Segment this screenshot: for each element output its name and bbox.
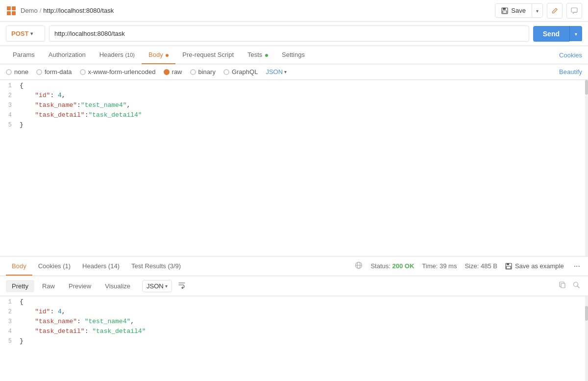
radio-formdata-icon [36, 69, 42, 75]
resp-line-3: 3 "task_name": "test_name4", [0, 318, 588, 328]
comment-icon [571, 7, 578, 14]
json-chevron-icon: ▾ [284, 69, 287, 75]
request-body-editor[interactable]: 1 { 2 "id": 4, 3 "task_name":"test_name4… [0, 80, 588, 256]
pencil-icon [551, 7, 558, 14]
tab-body[interactable]: Body [142, 46, 175, 64]
save-label: Save [511, 7, 526, 14]
resp-json-format-select[interactable]: JSON ▾ [142, 280, 172, 292]
url-input[interactable] [49, 25, 529, 42]
body-type-raw[interactable]: raw [164, 68, 182, 76]
body-type-binary[interactable]: binary [190, 68, 216, 76]
size-label: Size: 485 B [465, 262, 497, 270]
time-label: Time: 39 ms [422, 262, 457, 270]
copy-button[interactable] [557, 279, 568, 293]
app-icon [6, 5, 17, 16]
url-bar: POST ▾ Send ▾ [0, 22, 588, 46]
svg-rect-5 [503, 8, 506, 10]
save-as-example-button[interactable]: Save as example [505, 262, 564, 270]
tab-pre-request-script[interactable]: Pre-request Script [175, 46, 241, 64]
more-options-button[interactable]: ··· [572, 260, 582, 273]
body-type-urlencoded[interactable]: x-www-form-urlencoded [80, 68, 156, 76]
breadcrumb-separator: / [40, 7, 42, 14]
save-dropdown-button[interactable]: ▾ [532, 4, 542, 17]
breadcrumb-url[interactable]: http://localhost:8080/task [43, 7, 114, 14]
beautify-button[interactable]: Beautify [559, 68, 582, 76]
resp-json-label: JSON [147, 282, 164, 290]
status-value: 200 OK [392, 262, 415, 270]
response-header: Body Cookies (1) Headers (14) Test Resul… [0, 256, 588, 276]
resp-tab-body[interactable]: Body [6, 257, 32, 276]
breadcrumb: Demo / http://localhost:8080/task [21, 7, 114, 14]
body-type-bar: none form-data x-www-form-urlencoded raw… [0, 64, 588, 80]
resp-subtab-preview[interactable]: Preview [63, 280, 97, 292]
svg-rect-1 [12, 6, 16, 10]
svg-rect-0 [7, 6, 11, 10]
req-line-4: 4 "task_detail":"task_detail4" [0, 111, 588, 121]
svg-rect-2 [7, 11, 11, 15]
breadcrumb-demo[interactable]: Demo [21, 7, 38, 14]
send-button-group: Send ▾ [533, 26, 582, 42]
svg-rect-3 [12, 11, 16, 15]
radio-graphql-icon [223, 69, 229, 75]
resp-line-1: 1 { [0, 298, 588, 308]
req-line-3: 3 "task_name":"test_name4", [0, 102, 588, 111]
req-line-5: 5 } [0, 121, 588, 131]
save-icon [501, 7, 508, 14]
size-value: 485 B [481, 262, 497, 270]
resp-line-4: 4 "task_detail": "task_detail4" [0, 328, 588, 337]
tab-authorization[interactable]: Authorization [42, 46, 93, 64]
save-example-icon [505, 263, 512, 270]
svg-rect-12 [507, 263, 509, 265]
resp-subtab-raw[interactable]: Raw [36, 280, 61, 292]
radio-none-icon [6, 69, 12, 75]
search-button[interactable] [570, 279, 582, 293]
method-select[interactable]: POST ▾ [6, 25, 45, 42]
tab-settings[interactable]: Settings [275, 46, 312, 64]
time-value: 39 ms [440, 262, 457, 270]
radio-binary-icon [190, 69, 196, 75]
svg-rect-6 [503, 11, 507, 13]
radio-raw-icon [164, 69, 170, 75]
svg-rect-14 [561, 283, 565, 288]
edit-icon-button[interactable] [547, 3, 563, 19]
tab-params[interactable]: Params [6, 46, 42, 64]
resp-subtab-pretty[interactable]: Pretty [6, 280, 34, 292]
json-format-label: JSON [266, 68, 283, 76]
tab-tests[interactable]: Tests [241, 46, 275, 64]
request-tabs-bar: Params Authorization Headers (10) Body P… [0, 46, 588, 64]
cookies-link[interactable]: Cookies [559, 47, 582, 64]
comment-icon-button[interactable] [566, 3, 582, 19]
json-format-select[interactable]: JSON ▾ [266, 68, 287, 76]
response-body-editor[interactable]: 1 { 2 "id": 4, 3 "task_name": "test_name… [0, 296, 588, 381]
tab-headers[interactable]: Headers (10) [93, 46, 142, 64]
response-scrollbar-thumb[interactable] [585, 306, 588, 321]
status-label: Status: 200 OK [370, 262, 414, 270]
top-bar: Demo / http://localhost:8080/task Save ▾ [0, 0, 588, 22]
radio-urlencoded-icon [80, 69, 86, 75]
resp-line-2: 2 "id": 4, [0, 308, 588, 318]
resp-tab-test-results[interactable]: Test Results (3/9) [125, 257, 187, 276]
body-type-form-data[interactable]: form-data [36, 68, 72, 76]
resp-line-5: 5 } [0, 337, 588, 347]
method-chevron-icon: ▾ [30, 31, 33, 36]
send-dropdown-button[interactable]: ▾ [569, 26, 582, 41]
save-button[interactable]: Save [495, 4, 532, 17]
editor-scrollbar[interactable] [585, 80, 588, 256]
save-example-label: Save as example [515, 262, 564, 270]
editor-scrollbar-thumb[interactable] [585, 80, 588, 95]
response-scrollbar[interactable] [585, 296, 588, 381]
req-line-2: 2 "id": 4, [0, 92, 588, 102]
resp-tab-cookies[interactable]: Cookies (1) [32, 257, 76, 276]
body-type-graphql[interactable]: GraphQL [223, 68, 258, 76]
resp-tab-headers[interactable]: Headers (14) [76, 257, 125, 276]
svg-rect-13 [506, 266, 511, 269]
response-sub-tabs: Pretty Raw Preview Visualize JSON ▾ [0, 276, 588, 296]
wrap-icon-button[interactable] [178, 281, 186, 291]
send-button[interactable]: Send [533, 26, 569, 42]
top-bar-left: Demo / http://localhost:8080/task [6, 5, 114, 16]
svg-rect-7 [571, 8, 577, 12]
method-label: POST [11, 30, 28, 37]
body-type-none[interactable]: none [6, 68, 28, 76]
globe-icon [355, 261, 363, 271]
resp-subtab-visualize[interactable]: Visualize [99, 280, 136, 292]
